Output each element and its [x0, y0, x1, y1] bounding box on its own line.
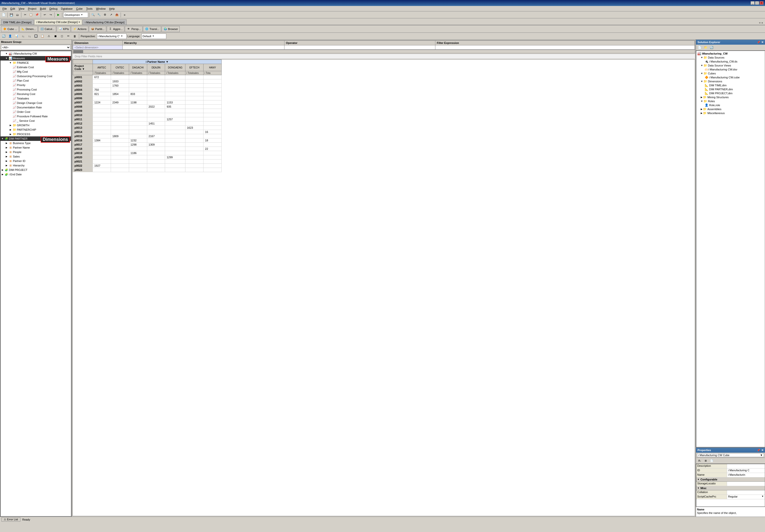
undo-button[interactable]: ↩ [42, 12, 47, 18]
sal-expand-icon[interactable]: ▶ [4, 154, 8, 158]
partner-header-cell[interactable]: i Partner Name ▼ [93, 60, 222, 64]
tb3-btn3[interactable]: 📊 [14, 34, 19, 39]
se-roles-expand-icon[interactable]: ▼ [701, 100, 703, 103]
tree-mfg-cost[interactable]: 📈 Mfg Cost [0, 70, 71, 74]
root-expand-icon[interactable]: ▼ [4, 52, 8, 56]
feature-partiti[interactable]: 📦 Partiti... [89, 26, 106, 32]
tb3-btn6[interactable]: 🔲 [33, 34, 39, 39]
tree-order-cost[interactable]: 📈 Order Cost [0, 110, 71, 114]
feature-persp[interactable]: 👁 Persp... [125, 26, 143, 32]
se-tb-btn1[interactable]: 📄 [697, 45, 702, 50]
tree-root[interactable]: ▼ 🏭 i Manufacturing CW [0, 51, 71, 56]
measures-expand-icon[interactable]: ▼ [4, 56, 8, 60]
props-object-select[interactable]: i Manufacturing CW Cube ▼ [696, 453, 765, 458]
toolbar-btn-9[interactable]: ⚙ [102, 12, 108, 18]
tb3-btn4[interactable]: ↑↓ [20, 34, 26, 39]
ed-expand-icon[interactable]: ▶ [0, 172, 4, 176]
se-misc-folder[interactable]: ▶ 📁 Miscellaneous [697, 111, 764, 115]
dp-expand-icon[interactable]: ▼ [0, 136, 4, 140]
feature-cube[interactable]: 🔶 Cube ... [1, 26, 19, 32]
tree-measures[interactable]: ▼ 📊 Measures Measures [0, 56, 71, 61]
menu-file[interactable]: File [1, 7, 8, 11]
prop-scriptcache-value[interactable]: Regular ▼ [727, 495, 765, 499]
se-dim-project[interactable]: 📐 DIM PROJECT,dim [697, 91, 764, 95]
ppl-expand-icon[interactable]: ▶ [4, 150, 8, 154]
prop-misc-section[interactable]: ▼ Misc [696, 486, 765, 490]
tree-end-date[interactable]: ▶ 🧩 i End Date [0, 172, 71, 176]
feature-transl[interactable]: 🌐 Transl... [143, 26, 161, 32]
se-cubes-folder[interactable]: ▼ 📁 Cubes [697, 72, 764, 75]
pid-expand-icon[interactable]: ▶ [4, 159, 8, 163]
menu-project[interactable]: Project [26, 7, 38, 11]
tb3-btn11[interactable]: ✏ [66, 34, 71, 39]
paste-button[interactable]: 📌 [34, 12, 40, 18]
prop-scriptcache-dropdown-icon[interactable]: ▼ [762, 495, 764, 499]
tb3-btn5[interactable]: ↑↓ [27, 34, 32, 39]
save-button[interactable]: 💾 [9, 12, 14, 18]
se-mining-folder[interactable]: ▶ 📁 Mining Structures [697, 95, 764, 99]
se-cube-item[interactable]: 🔶 i Manufacturing CW.cube [697, 75, 764, 79]
tree-growth[interactable]: ▶ 📁 GROWTH [0, 123, 71, 128]
props-object-dropdown[interactable]: i Manufacturing CW Cube ▼ [697, 453, 764, 457]
tree-doc-rate[interactable]: 📈 Documentation Rate [0, 105, 71, 110]
prop-close-icon[interactable]: ✕ [761, 449, 764, 452]
menu-help[interactable]: Help [108, 7, 116, 11]
se-misc-expand-icon[interactable]: ▶ [701, 112, 702, 114]
tab-manufacturing-cube[interactable]: i Manufacturing CW.cube [Design] ▾ [34, 19, 82, 25]
tb3-btn12[interactable]: 🗑 [72, 34, 77, 39]
se-ds-item[interactable]: 🔌 i Manufacturing_CW.ds [697, 60, 764, 64]
filter-scroll-thumb[interactable] [73, 50, 83, 53]
tree-partnerchip[interactable]: ▶ 📁 PARTNERCHIP [0, 128, 71, 132]
se-dim-time[interactable]: 📐 DIM TIME,dim [697, 83, 764, 87]
feature-aggre[interactable]: Σ Aggre... [107, 26, 125, 32]
prop-collation-value[interactable] [727, 490, 765, 495]
se-ds-expand-icon[interactable]: ▼ [701, 56, 703, 59]
copy-button[interactable]: 📋 [28, 12, 34, 18]
close-button[interactable]: ✕ [760, 1, 764, 5]
se-tb-btn2[interactable]: 📁 [703, 45, 708, 50]
toolbar-btn-10[interactable]: ↗ [108, 12, 114, 18]
se-dsv-folder[interactable]: ▼ 📁 Data Source Views [697, 64, 764, 68]
prop-sort-cat-icon[interactable]: ⊞ [703, 458, 708, 463]
se-cubes-expand-icon[interactable]: ▼ [701, 72, 703, 75]
hier-expand-icon[interactable]: ▶ [4, 163, 8, 167]
se-dim-expand-icon[interactable]: ▼ [701, 80, 703, 83]
se-dimensions-folder[interactable]: ▼ 📁 Dimensions [697, 79, 764, 83]
tree-plan-cost[interactable]: 📈 Plan Cost [0, 78, 71, 83]
tree-design-change[interactable]: 📈 Design Change Cost [0, 101, 71, 105]
prop-pin-icon[interactable]: 📌 [757, 449, 760, 452]
menu-tools[interactable]: Tools [85, 7, 94, 11]
tb3-btn9[interactable]: ◼ [53, 34, 58, 39]
tree-people[interactable]: ▶ ⊞ People [0, 150, 71, 154]
tree-service-cost[interactable]: 📈 _ Service Cost [0, 119, 71, 123]
menu-build[interactable]: Build [38, 7, 47, 11]
feature-calcu[interactable]: 🔢 Calcul... [38, 26, 56, 32]
tab-manufacturing-dsv[interactable]: i Manufacturing CW.dsv [Design] [83, 19, 127, 25]
toolbar-btn-12[interactable]: ≡ [122, 12, 127, 18]
tb3-btn2[interactable]: 👤 [7, 34, 13, 39]
feature-dimen[interactable]: 📐 Dimen... [19, 26, 38, 32]
tree-procedure-rate[interactable]: 📈 Procedure Followed Rate [0, 114, 71, 119]
language-dropdown[interactable]: Default ▼ [142, 34, 166, 39]
tree-processing-cost[interactable]: 📈 Processing Cost [0, 87, 71, 92]
toolbar-btn-7[interactable]: 🔍 [90, 12, 96, 18]
filter-scrollbar[interactable] [73, 50, 695, 53]
float-button[interactable]: = × [758, 21, 764, 25]
tb3-btn10[interactable]: ◻ [59, 34, 65, 39]
menu-window[interactable]: Window [95, 7, 107, 11]
tree-dim-partner[interactable]: ▼ 🧩 DIM PARTNER Dimensions [0, 136, 71, 141]
prop-description-value[interactable] [727, 464, 765, 468]
tree-hierarchy[interactable]: ▶ ⊞ Hierarchy [0, 163, 71, 168]
proc2-expand-icon[interactable]: ▶ [8, 132, 12, 136]
se-tb-btn3[interactable]: 🔄 [709, 45, 714, 50]
tree-dim-project[interactable]: ▶ 🧩 DIM PROJECT [0, 168, 71, 172]
solution-explorer-tree[interactable]: 🏭 iManufacturing_CW ▼ 📁 Data Sources 🔌 i… [696, 51, 765, 447]
dproj-expand-icon[interactable]: ▶ [0, 168, 4, 172]
prop-configurable-section[interactable]: ▼ Configurable [696, 477, 765, 482]
prop-page-icon[interactable]: 📄 [709, 458, 714, 463]
save-all-button[interactable]: 🗂 [15, 12, 20, 18]
se-pin-icon[interactable]: 📌 [757, 41, 760, 44]
se-role-item[interactable]: 👤 Role,role [697, 103, 764, 107]
configuration-dropdown[interactable]: Developmen ▼ [63, 12, 88, 18]
tb3-btn8[interactable]: ⚠ [46, 34, 52, 39]
